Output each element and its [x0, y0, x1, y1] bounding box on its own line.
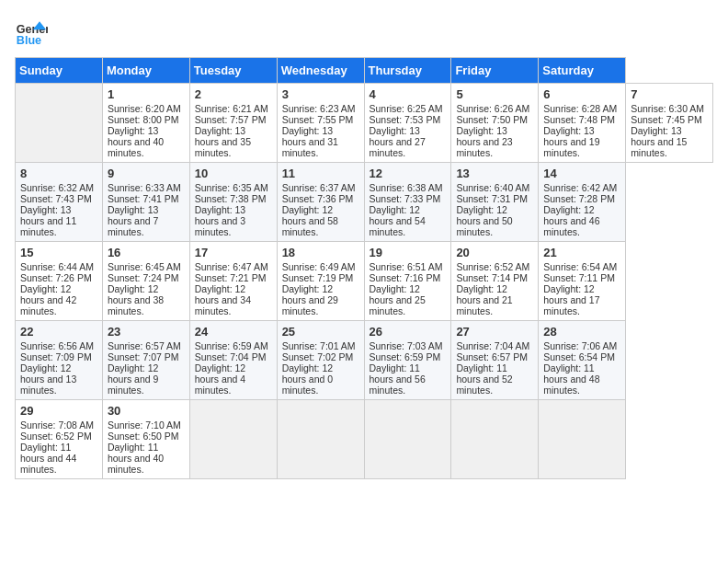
- calendar-cell: 24Sunrise: 6:59 AMSunset: 7:04 PMDayligh…: [189, 321, 277, 400]
- daylight: Daylight: 13 hours and 27 minutes.: [370, 125, 426, 158]
- sunset: Sunset: 6:59 PM: [370, 351, 441, 362]
- sunset: Sunset: 7:16 PM: [370, 272, 441, 283]
- day-number: 16: [108, 246, 185, 259]
- sunset: Sunset: 7:07 PM: [108, 351, 179, 362]
- sunset: Sunset: 7:53 PM: [370, 114, 441, 125]
- sunrise: Sunrise: 7:10 AM: [108, 419, 181, 431]
- sunrise: Sunrise: 6:32 AM: [20, 182, 94, 193]
- sunset: Sunset: 7:24 PM: [108, 272, 179, 283]
- calendar-cell: 21Sunrise: 6:54 AMSunset: 7:11 PMDayligh…: [539, 242, 626, 321]
- col-header-friday: Friday: [451, 58, 539, 84]
- day-number: 30: [108, 404, 185, 418]
- calendar-cell: 9Sunrise: 6:33 AMSunset: 7:41 PMDaylight…: [102, 163, 189, 242]
- daylight: Daylight: 11 hours and 56 minutes.: [370, 362, 426, 396]
- calendar-cell: [189, 400, 277, 479]
- sunset: Sunset: 6:57 PM: [456, 351, 528, 362]
- calendar-cell: 22Sunrise: 6:56 AMSunset: 7:09 PMDayligh…: [16, 321, 103, 400]
- day-number: 9: [108, 167, 185, 180]
- sunrise: Sunrise: 6:20 AM: [108, 103, 181, 114]
- sunrise: Sunrise: 6:37 AM: [282, 182, 356, 193]
- calendar-week-4: 29Sunrise: 7:08 AMSunset: 6:52 PMDayligh…: [16, 400, 713, 479]
- calendar-table: SundayMondayTuesdayWednesdayThursdayFrid…: [15, 57, 713, 479]
- day-number: 25: [282, 325, 359, 339]
- daylight: Daylight: 12 hours and 50 minutes.: [456, 204, 512, 237]
- day-number: 17: [195, 246, 272, 259]
- calendar-cell: 15Sunrise: 6:44 AMSunset: 7:26 PMDayligh…: [16, 242, 103, 321]
- svg-text:Blue: Blue: [17, 34, 41, 47]
- calendar-week-0: 1Sunrise: 6:20 AMSunset: 8:00 PMDaylight…: [16, 84, 713, 163]
- day-number: 21: [543, 246, 620, 259]
- col-header-tuesday: Tuesday: [189, 58, 277, 84]
- sunrise: Sunrise: 7:03 AM: [370, 340, 443, 351]
- calendar-cell: 8Sunrise: 6:32 AMSunset: 7:43 PMDaylight…: [16, 163, 103, 242]
- calendar-cell: 17Sunrise: 6:47 AMSunset: 7:21 PMDayligh…: [189, 242, 277, 321]
- daylight: Daylight: 11 hours and 52 minutes.: [456, 362, 512, 396]
- day-number: 4: [370, 87, 447, 101]
- calendar-cell: 16Sunrise: 6:45 AMSunset: 7:24 PMDayligh…: [102, 242, 189, 321]
- sunset: Sunset: 7:31 PM: [456, 193, 528, 204]
- day-number: 15: [20, 246, 97, 259]
- calendar-week-1: 8Sunrise: 6:32 AMSunset: 7:43 PMDaylight…: [16, 163, 713, 242]
- calendar-cell: 25Sunrise: 7:01 AMSunset: 7:02 PMDayligh…: [277, 321, 364, 400]
- sunrise: Sunrise: 6:44 AM: [20, 261, 94, 272]
- sunrise: Sunrise: 6:49 AM: [282, 261, 356, 272]
- calendar-cell: 6Sunrise: 6:28 AMSunset: 7:48 PMDaylight…: [539, 84, 626, 163]
- daylight: Daylight: 13 hours and 35 minutes.: [195, 125, 251, 158]
- sunset: Sunset: 7:55 PM: [282, 114, 354, 125]
- day-number: 26: [370, 325, 447, 339]
- calendar-cell: 19Sunrise: 6:51 AMSunset: 7:16 PMDayligh…: [364, 242, 451, 321]
- sunrise: Sunrise: 6:59 AM: [195, 340, 268, 351]
- sunrise: Sunrise: 6:25 AM: [370, 103, 443, 114]
- sunrise: Sunrise: 6:52 AM: [456, 261, 529, 272]
- sunrise: Sunrise: 6:21 AM: [195, 103, 268, 114]
- sunset: Sunset: 7:50 PM: [456, 114, 528, 125]
- day-number: 11: [282, 167, 359, 180]
- day-number: 22: [20, 325, 97, 339]
- sunset: Sunset: 7:33 PM: [370, 193, 441, 204]
- calendar-cell: 30Sunrise: 7:10 AMSunset: 6:50 PMDayligh…: [102, 400, 189, 479]
- sunset: Sunset: 7:11 PM: [543, 272, 615, 283]
- daylight: Daylight: 12 hours and 34 minutes.: [195, 283, 251, 316]
- daylight: Daylight: 13 hours and 11 minutes.: [20, 204, 76, 237]
- daylight: Daylight: 12 hours and 17 minutes.: [543, 283, 599, 316]
- sunrise: Sunrise: 6:42 AM: [543, 182, 617, 193]
- daylight: Daylight: 12 hours and 38 minutes.: [108, 283, 164, 316]
- sunset: Sunset: 7:36 PM: [282, 193, 354, 204]
- sunset: Sunset: 7:02 PM: [282, 351, 354, 362]
- daylight: Daylight: 13 hours and 19 minutes.: [543, 125, 599, 158]
- sunset: Sunset: 6:52 PM: [20, 431, 92, 442]
- calendar-week-3: 22Sunrise: 6:56 AMSunset: 7:09 PMDayligh…: [16, 321, 713, 400]
- calendar-header-row: SundayMondayTuesdayWednesdayThursdayFrid…: [16, 58, 713, 84]
- logo: General Blue: [15, 15, 48, 48]
- calendar-cell: 29Sunrise: 7:08 AMSunset: 6:52 PMDayligh…: [16, 400, 103, 479]
- sunrise: Sunrise: 7:08 AM: [20, 419, 94, 431]
- daylight: Daylight: 13 hours and 31 minutes.: [282, 125, 338, 158]
- sunrise: Sunrise: 6:45 AM: [108, 261, 181, 272]
- day-number: 27: [456, 325, 533, 339]
- day-number: 14: [543, 167, 620, 180]
- day-number: 7: [631, 87, 708, 101]
- day-number: 1: [108, 87, 185, 101]
- sunset: Sunset: 7:48 PM: [543, 114, 615, 125]
- sunrise: Sunrise: 6:38 AM: [370, 182, 443, 193]
- sunset: Sunset: 7:38 PM: [195, 193, 267, 204]
- sunrise: Sunrise: 6:28 AM: [543, 103, 617, 114]
- sunrise: Sunrise: 6:47 AM: [195, 261, 268, 272]
- sunset: Sunset: 6:54 PM: [543, 351, 615, 362]
- day-number: 28: [543, 325, 620, 339]
- daylight: Daylight: 13 hours and 23 minutes.: [456, 125, 512, 158]
- calendar-cell: 12Sunrise: 6:38 AMSunset: 7:33 PMDayligh…: [364, 163, 451, 242]
- daylight: Daylight: 12 hours and 54 minutes.: [370, 204, 426, 237]
- day-number: 6: [543, 87, 620, 101]
- calendar-cell: 23Sunrise: 6:57 AMSunset: 7:07 PMDayligh…: [102, 321, 189, 400]
- sunset: Sunset: 7:43 PM: [20, 193, 92, 204]
- daylight: Daylight: 11 hours and 48 minutes.: [543, 362, 599, 396]
- sunset: Sunset: 7:21 PM: [195, 272, 267, 283]
- sunrise: Sunrise: 6:40 AM: [456, 182, 529, 193]
- day-number: 2: [195, 87, 272, 101]
- calendar-cell: 1Sunrise: 6:20 AMSunset: 8:00 PMDaylight…: [102, 84, 189, 163]
- day-number: 23: [108, 325, 185, 339]
- col-header-saturday: Saturday: [539, 58, 626, 84]
- daylight: Daylight: 11 hours and 40 minutes.: [108, 442, 164, 475]
- sunset: Sunset: 7:26 PM: [20, 272, 92, 283]
